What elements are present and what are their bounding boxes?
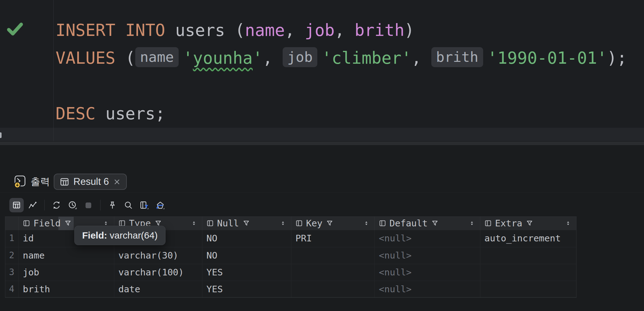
refresh-icon <box>52 200 61 210</box>
token-chip: brith <box>431 47 483 67</box>
table-view-button[interactable] <box>9 198 24 212</box>
token-col: job <box>305 21 335 40</box>
token-plain: ); <box>607 48 627 67</box>
toolbar-separator <box>44 200 45 210</box>
chart-view-button[interactable] <box>25 198 40 212</box>
token-chip: job <box>283 47 317 67</box>
row-number[interactable]: 3 <box>5 264 19 281</box>
row-number[interactable]: 2 <box>5 247 19 264</box>
cell-key[interactable] <box>291 247 375 264</box>
clipped-edge-glyph <box>0 132 2 138</box>
current-line-highlight <box>0 128 644 141</box>
token-plain: , <box>334 21 354 40</box>
row-number[interactable]: 4 <box>5 281 19 298</box>
chart-view-icon <box>28 200 37 210</box>
console-icon <box>14 175 26 188</box>
editor-results-splitter[interactable] <box>0 141 644 146</box>
cell-type[interactable]: varchar(100) <box>114 264 202 281</box>
close-icon[interactable] <box>113 178 121 186</box>
sort-arrows-icon[interactable] <box>191 221 196 226</box>
column-label: Field <box>33 218 61 229</box>
cell-key[interactable]: PRI <box>291 230 375 247</box>
cell-extra[interactable] <box>480 281 577 298</box>
tooltip-column-name: Field: <box>82 230 107 241</box>
cell-type[interactable]: date <box>114 281 202 298</box>
token-plain: ) <box>404 21 414 40</box>
header-cell-extra[interactable]: Extra <box>480 216 577 230</box>
row-number[interactable]: 1 <box>5 230 19 247</box>
statement-success-checkmark-icon[interactable] <box>6 22 24 36</box>
paint-bucket-icon <box>156 200 165 210</box>
cell-key[interactable] <box>291 281 375 298</box>
token-str-wavy: younha <box>193 48 253 67</box>
sort-arrows-icon[interactable] <box>364 221 369 226</box>
token-col: brith <box>354 21 404 40</box>
filter-rows-button[interactable] <box>137 198 151 212</box>
code-line <box>56 72 627 100</box>
cell-null[interactable]: NO <box>202 247 291 264</box>
search-button[interactable] <box>121 198 136 212</box>
table-row: 2namevarchar(30)NO<null> <box>5 247 577 264</box>
code-line: DESC users; <box>56 100 627 127</box>
filter-funnel-icon[interactable] <box>431 220 438 227</box>
cell-extra[interactable] <box>480 247 577 264</box>
token-chip: name <box>135 47 178 67</box>
cell-field[interactable]: brith <box>19 281 114 298</box>
filter-funnel-icon[interactable] <box>64 220 72 227</box>
sort-arrows-icon[interactable] <box>280 221 285 226</box>
cell-default[interactable]: <null> <box>375 264 480 281</box>
cell-key[interactable] <box>291 264 375 281</box>
paint-bucket-button[interactable] <box>153 198 167 212</box>
cell-extra[interactable]: auto_increment <box>480 230 577 247</box>
cell-default[interactable]: <null> <box>375 247 480 264</box>
token-str: ' <box>183 48 193 67</box>
download-badge-icon <box>14 182 20 188</box>
token-str: ' <box>253 48 263 67</box>
column-icon <box>206 220 214 227</box>
table-row: 3jobvarchar(100)YES<null> <box>5 264 577 281</box>
cell-extra[interactable] <box>480 264 577 281</box>
token-str: '1990-01-01' <box>488 48 607 67</box>
cell-null[interactable]: YES <box>202 281 291 298</box>
cell-null[interactable]: NO <box>202 230 291 247</box>
token-plain: , <box>285 21 305 40</box>
search-icon <box>124 200 133 210</box>
token-plain: ( <box>115 48 135 67</box>
refresh-button[interactable] <box>49 198 64 212</box>
code-line: VALUES (name'younha', job'climber', brit… <box>56 44 627 72</box>
cell-field[interactable]: job <box>19 264 114 281</box>
header-cell-default[interactable]: Default <box>375 216 480 230</box>
column-label: Extra <box>495 218 522 229</box>
sort-arrows-icon[interactable] <box>469 221 474 226</box>
tab-output[interactable]: 출력 <box>14 174 50 189</box>
header-cell-key[interactable]: Key <box>291 216 375 230</box>
token-plain: users ( <box>165 21 245 40</box>
column-icon <box>23 220 30 227</box>
cell-field[interactable]: name <box>19 247 114 264</box>
schedule-refresh-button[interactable] <box>65 198 80 212</box>
tab-result-6[interactable]: Result 6 <box>54 174 127 190</box>
header-cell-null[interactable]: Null <box>202 216 291 230</box>
cell-null[interactable]: YES <box>202 264 291 281</box>
token-col: name <box>245 21 285 40</box>
sort-arrows-icon[interactable] <box>566 221 571 226</box>
filter-funnel-icon[interactable] <box>243 220 250 227</box>
tooltip-column-type: varchar(64) <box>107 230 158 241</box>
pin-tab-button[interactable] <box>105 198 120 212</box>
cell-default[interactable]: <null> <box>375 281 480 298</box>
token-plain: , <box>411 48 431 67</box>
sql-code: INSERT INTO users (name, job, brith)VALU… <box>56 16 627 127</box>
table-row: 4brithdateYES<null> <box>5 281 577 298</box>
stop-button[interactable] <box>81 198 96 212</box>
token-plain: users; <box>96 104 165 123</box>
sort-arrows-icon[interactable] <box>103 221 108 226</box>
cell-default[interactable]: <null> <box>375 230 480 247</box>
filter-funnel-icon[interactable] <box>326 220 333 227</box>
cell-type[interactable]: varchar(30) <box>114 247 202 264</box>
results-tab-bar: 출력 Result 6 <box>0 146 644 192</box>
tab-output-label: 출력 <box>31 175 50 188</box>
table-grid-icon <box>60 177 69 187</box>
filter-funnel-icon[interactable] <box>526 220 533 227</box>
header-corner-cell[interactable] <box>5 216 19 230</box>
sql-editor[interactable]: INSERT INTO users (name, job, brith)VALU… <box>0 0 644 141</box>
